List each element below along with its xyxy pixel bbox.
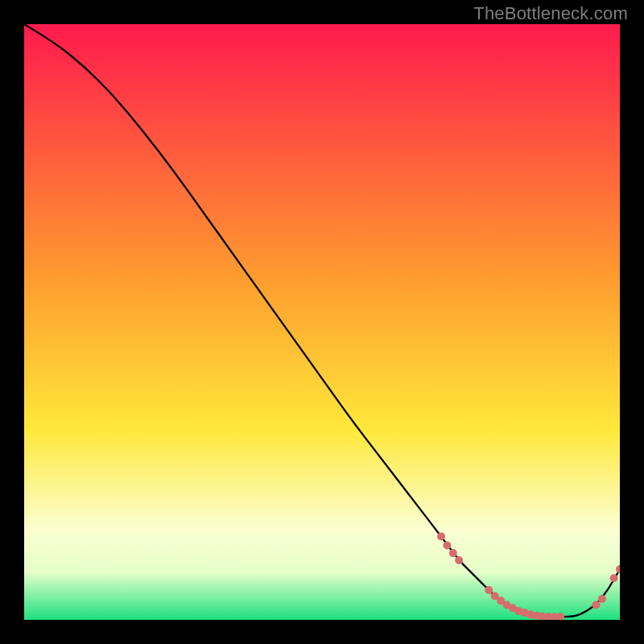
- highlight-dot: [443, 542, 451, 550]
- plot-area: [24, 24, 620, 620]
- chart-container: TheBottleneck.com: [0, 0, 644, 644]
- highlight-dot: [556, 613, 564, 620]
- highlight-dot: [592, 601, 600, 609]
- highlight-dot: [449, 549, 457, 557]
- curve-layer: [24, 24, 620, 620]
- highlight-dot: [485, 586, 493, 594]
- highlight-dot: [437, 532, 445, 540]
- bottleneck-curve: [24, 24, 620, 617]
- highlight-dot: [610, 574, 618, 582]
- highlight-dot: [455, 556, 463, 564]
- highlight-dots: [437, 532, 620, 620]
- watermark-text: TheBottleneck.com: [473, 3, 628, 24]
- highlight-dot: [616, 565, 620, 573]
- highlight-dot: [598, 595, 606, 603]
